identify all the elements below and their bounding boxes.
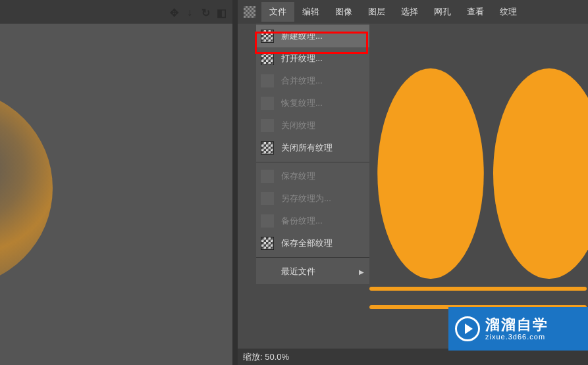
open-texture-icon (260, 51, 275, 66)
menuitem-revert-texture: 恢复纹理... (256, 92, 369, 114)
uv-island-1 (377, 68, 484, 279)
menu-layer[interactable]: 图层 (360, 2, 393, 22)
menuitem-save-texture: 保存纹理 (256, 165, 369, 187)
menu-texture[interactable]: 纹理 (492, 2, 525, 22)
close-all-textures-icon (260, 141, 275, 155)
menuitem-label: 关闭纹理 (281, 120, 315, 132)
menuitem-save-all-textures[interactable]: 保存全部纹理 (256, 232, 369, 255)
watermark-subtitle: zixue.3d66.com (485, 333, 548, 341)
menuitem-label: 保存全部纹理 (281, 237, 333, 249)
menuitem-recent-files[interactable]: 最近文件 ▶ (256, 260, 369, 283)
panel-divider[interactable] (232, 0, 238, 365)
merge-texture-icon (260, 74, 275, 88)
menu-image[interactable]: 图像 (327, 2, 360, 22)
menuitem-label: 备份纹理... (281, 215, 323, 227)
menuitem-label: 合并纹理... (281, 75, 323, 87)
menuitem-label: 保存纹理 (281, 170, 315, 182)
menuitem-label: 最近文件 (281, 266, 315, 278)
move-icon[interactable]: ✥ (168, 7, 180, 18)
watermark-logo: 溜溜自学 zixue.3d66.com (448, 307, 588, 351)
save-texture-icon (260, 169, 275, 183)
down-arrow-icon[interactable]: ↓ (184, 7, 196, 18)
menu-view[interactable]: 查看 (459, 2, 492, 22)
menuitem-label: 另存纹理为... (281, 193, 331, 205)
menuitem-label: 打开纹理... (281, 53, 323, 64)
left-panel: ✥ ↓ ↻ ◧ (0, 0, 232, 365)
save-as-texture-icon (260, 191, 275, 206)
menuitem-label: 恢复纹理... (281, 97, 323, 109)
menubar: 文件 编辑 图像 图层 选择 网孔 查看 纹理 (238, 0, 588, 24)
uv-island-2 (493, 68, 588, 279)
menuitem-open-texture[interactable]: 打开纹理... (256, 47, 369, 70)
backup-texture-icon (260, 214, 275, 228)
submenu-arrow-icon: ▶ (359, 268, 364, 276)
texture-menu-icon[interactable] (240, 4, 259, 20)
recent-files-icon (260, 264, 275, 279)
menuitem-new-texture[interactable]: 新建纹理... (256, 25, 369, 47)
menuitem-save-as-texture: 另存纹理为... (256, 187, 369, 210)
revert-texture-icon (260, 96, 275, 110)
play-icon (455, 316, 480, 341)
viewport-object (0, 89, 53, 287)
menuitem-close-all-textures[interactable]: 关闭所有纹理 (256, 137, 369, 159)
menu-separator (256, 162, 369, 162)
watermark-title: 溜溜自学 (485, 317, 548, 333)
menuitem-merge-texture: 合并纹理... (256, 70, 369, 92)
save-all-textures-icon (260, 236, 275, 251)
menu-edit[interactable]: 编辑 (294, 2, 327, 22)
panel-icon[interactable]: ◧ (215, 7, 227, 18)
menu-mesh[interactable]: 网孔 (426, 2, 459, 22)
close-texture-icon (260, 118, 275, 133)
zoom-label: 缩放: 50.0% (243, 351, 289, 363)
menuitem-backup-texture: 备份纹理... (256, 210, 369, 232)
uv-island-3 (369, 287, 587, 291)
right-panel: 文件 编辑 图像 图层 选择 网孔 查看 纹理 新建纹理... 打开纹理... … (238, 0, 588, 365)
menuitem-close-texture: 关闭纹理 (256, 114, 369, 137)
menuitem-label: 新建纹理... (281, 30, 323, 42)
menu-separator (256, 257, 369, 258)
statusbar: 缩放: 50.0% (238, 349, 588, 365)
checker-icon (244, 6, 255, 18)
left-viewport[interactable] (0, 24, 232, 365)
new-texture-icon (260, 29, 275, 43)
left-toolbar: ✥ ↓ ↻ ◧ (168, 7, 227, 18)
refresh-icon[interactable]: ↻ (200, 7, 211, 18)
menuitem-label: 关闭所有纹理 (281, 142, 333, 154)
menu-select[interactable]: 选择 (393, 2, 426, 22)
file-dropdown: 新建纹理... 打开纹理... 合并纹理... 恢复纹理... 关闭纹理 关闭所… (256, 24, 369, 284)
menu-file[interactable]: 文件 (261, 2, 294, 22)
